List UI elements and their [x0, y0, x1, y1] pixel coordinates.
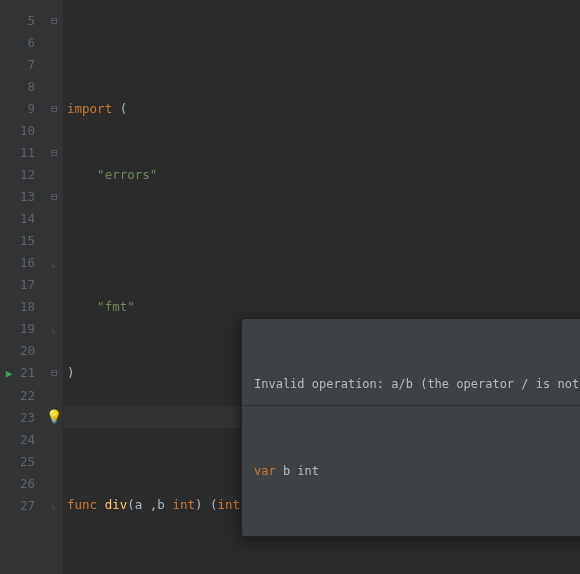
line-number: 5 [0, 10, 35, 32]
fold-gutter: ⊟ ⊟ ⊟ ⊟ ⌞ ⌞ ⊟ 💡 ⌞ [45, 0, 63, 574]
intention-bulb-icon[interactable]: 💡 [45, 406, 63, 428]
fold-end-icon[interactable]: ⌞ [45, 494, 63, 516]
fold-icon[interactable]: ⊟ [45, 142, 63, 164]
run-gutter-icon[interactable]: ▶ [6, 367, 13, 380]
line-number: 13 [0, 186, 35, 208]
keyword: import [67, 101, 112, 116]
line-number: 6 [0, 32, 35, 54]
line-number: 18 [0, 296, 35, 318]
code-editor: 5 6 7 8 9 10 11 12 13 14 15 16 17 18 19 … [0, 0, 580, 574]
func-name: div [105, 497, 128, 512]
tooltip-detail: var b int ... [242, 450, 580, 492]
fold-icon[interactable]: ⊟ [45, 10, 63, 32]
string-literal: "fmt" [97, 299, 135, 314]
line-number: 10 [0, 120, 35, 142]
line-number: 8 [0, 76, 35, 98]
line-number: 12 [0, 164, 35, 186]
line-number: 23 [0, 407, 35, 429]
fold-end-icon[interactable]: ⌞ [45, 252, 63, 274]
line-number-gutter: 5 6 7 8 9 10 11 12 13 14 15 16 17 18 19 … [0, 0, 45, 574]
line-number: 26 [0, 473, 35, 495]
line-number: 16 [0, 252, 35, 274]
tooltip-message: Invalid operation: a/b (the operator / i… [242, 363, 580, 406]
line-number: 15 [0, 230, 35, 252]
line-number: 11 [0, 142, 35, 164]
line-number: 14 [0, 208, 35, 230]
fold-icon[interactable]: ⊟ [45, 186, 63, 208]
string-literal: "errors" [97, 167, 157, 182]
error-tooltip: Invalid operation: a/b (the operator / i… [241, 318, 580, 537]
line-number: 7 [0, 54, 35, 76]
line-number: 19 [0, 318, 35, 340]
line-number: ▶ 21 [0, 362, 35, 385]
fold-icon[interactable]: ⊟ [45, 362, 63, 384]
line-number: 24 [0, 429, 35, 451]
line-number: 9 [0, 98, 35, 120]
line-number: 17 [0, 274, 35, 296]
line-number: 20 [0, 340, 35, 362]
code-area[interactable]: import ( "errors" "fmt" ) func div(a ,b … [63, 0, 580, 574]
fold-end-icon[interactable]: ⌞ [45, 318, 63, 340]
line-number: 22 [0, 385, 35, 407]
line-number: 27 [0, 495, 35, 517]
line-number: 25 [0, 451, 35, 473]
fold-icon[interactable]: ⊟ [45, 98, 63, 120]
